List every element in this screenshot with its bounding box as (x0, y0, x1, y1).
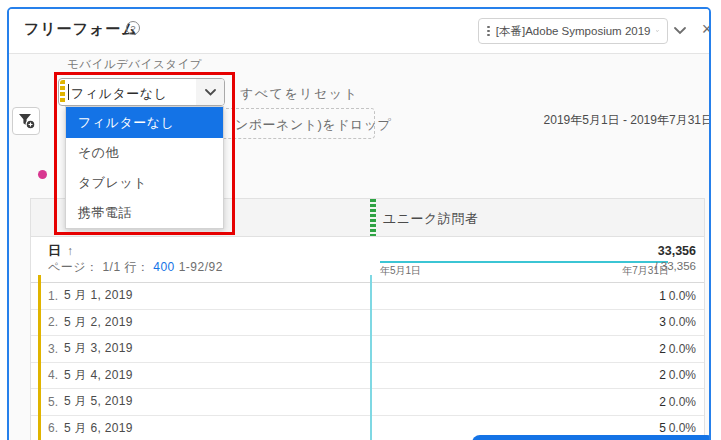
cell-value: 3 (659, 315, 666, 329)
add-filter-button[interactable] (12, 107, 40, 135)
menu-option-tablet[interactable]: タブレット (66, 168, 223, 198)
collapse-panel-button[interactable] (673, 19, 693, 41)
rows-per-page-link[interactable]: 400 (153, 260, 175, 274)
filter-dropdown-trigger[interactable]: フィルターなし (58, 78, 225, 106)
cell-value: 5 (659, 421, 666, 435)
table-row[interactable]: 5.5 月 5, 2019 20.0% (31, 389, 704, 416)
table-row[interactable]: 4.5 月 4, 2019 20.0% (31, 363, 704, 390)
filter-add-icon (18, 112, 36, 130)
chevron-down-icon (205, 89, 216, 96)
bottom-blue-button-partial[interactable] (472, 435, 711, 440)
freeform-panel: フリーフォーム ? [本番]Adobe Symposium 2019 × モバイ… (7, 7, 711, 440)
freeform-table: ユニーク訪問者 日↑ ページ： 1/1 行： 400 1-92/92 年5月1日… (30, 198, 705, 440)
metric-column-color-bar (370, 199, 376, 236)
dropzone-text: ンポーネント)をドロップ (235, 116, 391, 134)
cell-value: 2 (659, 368, 666, 382)
cell-percent: 0.0% (669, 395, 696, 409)
metric-total-fraction: / 33,356 (654, 260, 696, 272)
dimension-color-stripe (60, 80, 65, 104)
dataset-picker-label: [本番]Adobe Symposium 2019 (496, 24, 651, 39)
table-row[interactable]: 1.5 月 1, 2019 10.0% (31, 283, 704, 310)
sparkline-start-label: 年5月1日 (380, 264, 421, 278)
filter-dropdown-menu: フィルターなし その他 タブレット 携帯電話 (65, 106, 224, 229)
help-icon[interactable]: ? (126, 21, 140, 35)
chevron-down-icon (673, 19, 687, 41)
series-legend-dot (38, 170, 47, 179)
cell-percent: 0.0% (669, 368, 696, 382)
sort-arrow-icon[interactable]: ↑ (61, 244, 73, 258)
filter-selected-value: フィルターなし (71, 85, 167, 103)
reset-all-link[interactable]: すべてをリセット (240, 85, 358, 103)
chevron-down-icon (656, 28, 659, 34)
table-rows: 1.5 月 1, 2019 10.0% 2.5 月 2, 2019 30.0% … (31, 283, 704, 440)
panel-title: フリーフォーム (24, 20, 138, 39)
cell-percent: 0.0% (669, 289, 696, 303)
cell-value: 2 (659, 342, 666, 356)
pagination: ページ： 1/1 行： 400 1-92/92 (48, 259, 223, 276)
dimension-column-header[interactable]: 日↑ (48, 242, 73, 260)
cell-percent: 0.0% (669, 342, 696, 356)
table-subheader: 日↑ ページ： 1/1 行： 400 1-92/92 年5月1日 年7月31日 … (31, 237, 704, 283)
filter-dimension-label: モバイルデバイスタイプ (67, 57, 202, 74)
menu-option-no-filter[interactable]: フィルターなし (66, 107, 223, 138)
screenshot-stage: フリーフォーム ? [本番]Adobe Symposium 2019 × モバイ… (0, 0, 721, 440)
date-range-label[interactable]: 2019年5月1日 - 2019年7月31日 (462, 112, 711, 129)
table-row[interactable]: 3.5 月 3, 2019 20.0% (31, 336, 704, 363)
metric-column-header[interactable]: ユニーク訪問者 (383, 210, 478, 228)
cell-value: 1 (659, 289, 666, 303)
menu-option-other[interactable]: その他 (66, 138, 223, 168)
close-panel-button[interactable]: × (698, 17, 711, 41)
dropdown-chevron-zone[interactable] (196, 79, 224, 105)
panel-header: フリーフォーム ? [本番]Adobe Symposium 2019 × (9, 9, 709, 54)
dimension-column-color-bar (38, 275, 41, 440)
text-caret (68, 84, 69, 100)
cell-value: 2 (659, 395, 666, 409)
dataset-picker-button[interactable]: [本番]Adobe Symposium 2019 (478, 18, 668, 44)
cell-percent: 0.0% (669, 421, 696, 435)
table-row[interactable]: 2.5 月 2, 2019 30.0% (31, 310, 704, 337)
metric-column-marker-line (370, 275, 372, 440)
cell-percent: 0.0% (669, 315, 696, 329)
report-suite-icon (487, 24, 490, 38)
sparkline (380, 261, 668, 263)
metric-total: 33,356 (658, 244, 696, 258)
menu-option-mobile-phone[interactable]: 携帯電話 (66, 198, 223, 228)
